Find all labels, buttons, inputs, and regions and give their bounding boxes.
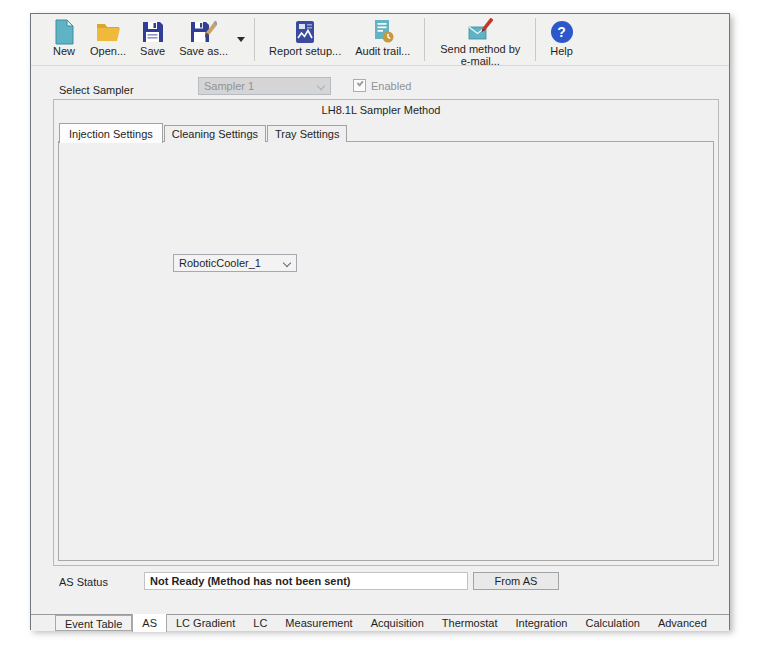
check-icon <box>356 79 363 86</box>
tab-tray-settings[interactable]: Tray Settings <box>267 125 347 142</box>
tab-acquisition[interactable]: Acquisition <box>362 615 433 631</box>
sampler-method-window: New Open... Save <box>30 13 730 630</box>
new-button[interactable]: New <box>45 14 83 65</box>
audit-trail-button[interactable]: Audit trail... <box>348 14 417 65</box>
save-as-button[interactable]: Save as... <box>172 14 235 65</box>
tab-thermostat[interactable]: Thermostat <box>433 615 507 631</box>
help-button[interactable]: ? Help <box>543 14 580 65</box>
open-button[interactable]: Open... <box>83 14 133 65</box>
robotic-cooler-value: RoboticCooler_1 <box>179 257 261 269</box>
report-setup-button[interactable]: Report setup... <box>262 14 348 65</box>
save-as-button-label: Save as... <box>179 45 228 57</box>
send-method-email-button[interactable]: Send method by e-mail... <box>432 14 528 65</box>
as-status-label: AS Status <box>59 576 108 588</box>
chevron-down-icon <box>283 259 291 267</box>
instrument-tabs: Event Table AS LC Gradient LC Measuremen… <box>31 614 729 631</box>
save-button[interactable]: Save <box>133 14 172 65</box>
toolbar-separator <box>254 18 255 61</box>
chevron-down-icon <box>237 37 245 42</box>
toolbar-separator <box>535 18 536 61</box>
save-icon <box>141 18 165 45</box>
help-icon: ? <box>551 18 573 45</box>
enabled-checkbox[interactable] <box>353 79 366 92</box>
tab-lc[interactable]: LC <box>244 615 276 631</box>
tab-lc-gradient[interactable]: LC Gradient <box>167 615 244 631</box>
save-as-dropdown-button[interactable] <box>235 14 247 65</box>
report-setup-button-label: Report setup... <box>269 45 341 57</box>
robotic-cooler-select[interactable]: RoboticCooler_1 <box>173 254 297 272</box>
from-as-button-label: From AS <box>495 575 538 587</box>
enabled-checkbox-label: Enabled <box>371 80 411 92</box>
tab-cleaning-settings[interactable]: Cleaning Settings <box>164 125 266 142</box>
tab-advanced[interactable]: Advanced <box>649 615 716 631</box>
tab-integration[interactable]: Integration <box>506 615 576 631</box>
audit-trail-icon <box>371 18 395 45</box>
report-setup-icon <box>293 18 317 45</box>
new-button-label: New <box>53 45 75 57</box>
chevron-down-icon <box>317 82 325 90</box>
tab-measurement[interactable]: Measurement <box>276 615 361 631</box>
tab-injection-settings[interactable]: Injection Settings <box>59 123 163 143</box>
audit-trail-button-label: Audit trail... <box>355 45 410 57</box>
sampler-select[interactable]: Sampler 1 <box>198 77 331 95</box>
toolbar: New Open... Save <box>31 14 729 66</box>
save-button-label: Save <box>140 45 165 57</box>
as-status-value: Not Ready (Method has not been sent) <box>144 572 468 590</box>
help-button-label: Help <box>550 45 573 57</box>
open-button-label: Open... <box>90 45 126 57</box>
as-status-text: Not Ready (Method has not been sent) <box>150 575 350 587</box>
send-method-email-button-label: Send method by e-mail... <box>439 43 521 67</box>
toolbar-separator <box>424 18 425 61</box>
send-email-icon <box>467 18 493 43</box>
settings-tabs: Injection Settings Cleaning Settings Tra… <box>59 122 348 142</box>
sampler-method-title: LH8.1L Sampler Method <box>31 104 731 116</box>
help-glyph: ? <box>557 24 566 40</box>
tab-event-table[interactable]: Event Table <box>55 615 132 631</box>
select-sampler-label: Select Sampler <box>59 84 134 96</box>
open-folder-icon <box>95 18 121 45</box>
sampler-select-value: Sampler 1 <box>204 80 254 92</box>
injection-settings-pane <box>58 141 714 561</box>
tab-calculation[interactable]: Calculation <box>576 615 648 631</box>
from-as-button[interactable]: From AS <box>473 572 559 590</box>
save-as-icon <box>190 18 217 45</box>
tab-as[interactable]: AS <box>132 614 167 632</box>
new-document-icon <box>52 18 76 45</box>
